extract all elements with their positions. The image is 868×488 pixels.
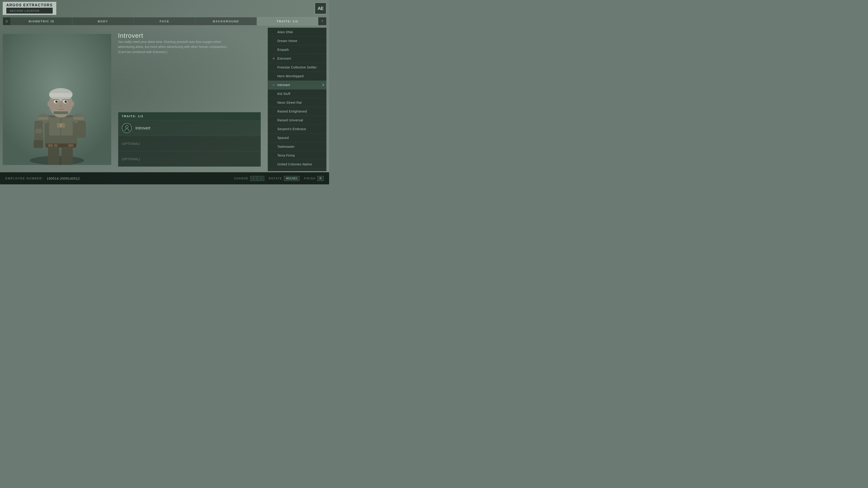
trait-slot-2[interactable]: {OPTIONAL} (118, 136, 260, 151)
trait-list-item-terra-firma[interactable]: Terra Firma (268, 151, 327, 160)
tab-traits[interactable]: TRAITS: 1/3 (257, 17, 318, 25)
finish-key[interactable]: R (317, 176, 324, 181)
ae-logo-text: AE (318, 6, 323, 11)
character-portrait (3, 28, 111, 171)
trait-list-item-introvert[interactable]: ✓Introvert (268, 80, 327, 90)
trait-list-name: Kid Stuff (277, 92, 290, 96)
employee-label: EMPLOYEE NUMBER: (5, 177, 43, 180)
trait-list-name: Spaced (277, 136, 289, 140)
tab-background[interactable]: BACKGROUND (195, 17, 257, 25)
record-locator-bar: RECORD LOCATOR (6, 8, 53, 13)
trait-list-name: Hero Worshipped (277, 74, 304, 78)
trait-list-item-alien-dna[interactable]: Alien DNA (268, 28, 327, 37)
change-key-right[interactable]: → (257, 176, 264, 181)
trait-list-item-dream-home[interactable]: Dream Home (268, 37, 327, 45)
change-label: CHANGE (234, 177, 248, 180)
trait-list-name: Extrovert (277, 57, 291, 60)
tab-face[interactable]: FACE (134, 17, 195, 25)
svg-point-39 (125, 125, 128, 128)
finish-action: FINISH R (304, 176, 324, 181)
change-action: CHANGE ← → (234, 176, 264, 181)
traits-box-header: TRAITS: 1/3 (118, 112, 260, 120)
trait-title: Introvert (118, 32, 261, 39)
trait-list-name: United Colonies Native (277, 162, 312, 166)
record-locator-text: RECORD LOCATOR (10, 9, 39, 12)
trait-list-name: Raised Universal (277, 119, 303, 122)
trait-list-name: Neon Street Rat (277, 101, 302, 104)
trait-list-name: Serpent's Embrace (277, 127, 306, 131)
trait-list-name: Taskmaster (277, 145, 295, 149)
bottom-bar: EMPLOYEE NUMBER: 190514-2009140512 CHANG… (0, 172, 329, 184)
trait-slot-3[interactable]: {OPTIONAL} (118, 151, 260, 166)
trait-list-name: Raised Enlightened (277, 109, 307, 113)
trait-slot-2-placeholder: {OPTIONAL} (122, 142, 140, 145)
ae-logo: AE (315, 2, 327, 14)
header-top: ARGOS EXTRACTORS RECORD LOCATOR AE (3, 2, 327, 15)
trait-list-item-taskmaster[interactable]: Taskmaster (268, 142, 327, 151)
trait-list-name: Empath (277, 48, 289, 52)
trait-list-name: Alien DNA (277, 30, 293, 34)
trait-list-item-spaced[interactable]: Spaced (268, 133, 327, 142)
trait-list-name: Introvert (277, 83, 290, 87)
trait-list-item-united-colonies[interactable]: United Colonies Native (268, 160, 327, 169)
change-key-left[interactable]: ← (250, 176, 257, 181)
traits-box: TRAITS: 1/3 Introvert {OPTIONAL} (118, 112, 261, 167)
person-icon (124, 125, 129, 131)
rotate-key[interactable]: MOUSE2 (284, 176, 300, 181)
trait-list-sidebar: Alien DNADream HomeEmpath✕ExtrovertFrees… (268, 28, 327, 171)
company-name: ARGOS EXTRACTORS (6, 3, 53, 7)
trait-list-item-empath[interactable]: Empath (268, 45, 327, 54)
trait-info-panel: Introvert You really need your alone tim… (111, 28, 268, 171)
trait-slot-1-name: Introvert (135, 126, 150, 131)
trait-list-item-raised-enlightened[interactable]: Raised Enlightened (268, 107, 327, 116)
bottom-actions: CHANGE ← → ROTATE MOUSE2 FINISH R (234, 176, 324, 181)
trait-list-name: Freestar Collective Settler (277, 66, 317, 69)
trait-slot-1[interactable]: Introvert (118, 120, 260, 136)
main-content: Introvert You really need your alone tim… (0, 25, 329, 173)
trait-list-item-neon-street-rat[interactable]: Neon Street Rat (268, 98, 327, 107)
tab-biometric[interactable]: BIOMETRIC ID (11, 17, 72, 25)
svg-rect-38 (3, 34, 111, 165)
nav-right-button[interactable]: T (318, 17, 327, 25)
company-block: ARGOS EXTRACTORS RECORD LOCATOR (3, 2, 56, 15)
trait-description: You really need your alone time. Exertin… (118, 39, 236, 55)
trait-list-name: Dream Home (277, 39, 297, 43)
trait-list-item-raised-universal[interactable]: Raised Universal (268, 116, 327, 125)
trait-slot-1-icon (122, 123, 132, 133)
trait-list-item-extrovert[interactable]: ✕Extrovert (268, 54, 327, 63)
trait-list-item-serpents-embrace[interactable]: Serpent's Embrace (268, 125, 327, 133)
company-name-bar: ARGOS EXTRACTORS RECORD LOCATOR (3, 2, 56, 15)
trait-list-item-freestar[interactable]: Freestar Collective Settler (268, 63, 327, 72)
x-mark-icon: ✕ (272, 57, 276, 60)
header: ARGOS EXTRACTORS RECORD LOCATOR AE D BIO… (0, 0, 329, 25)
nav-left-button[interactable]: D (3, 17, 11, 25)
tab-body[interactable]: BODY (72, 17, 134, 25)
trait-list-name: Terra Firma (277, 154, 295, 157)
rotate-action: ROTATE MOUSE2 (269, 176, 300, 181)
trait-list-item-hero-worshipped[interactable]: Hero Worshipped (268, 72, 327, 80)
trait-list-item-kid-stuff[interactable]: Kid Stuff (268, 90, 327, 98)
nav-tabs: D BIOMETRIC ID BODY FACE BACKGROUND TRAI… (3, 17, 327, 25)
employee-number: 190514-2009140512 (47, 177, 80, 180)
character-area (3, 28, 111, 171)
finish-label: FINISH (304, 177, 315, 180)
rotate-label: ROTATE (269, 177, 282, 180)
check-mark-icon: ✓ (272, 83, 276, 87)
trait-detail-section: Introvert You really need your alone tim… (118, 32, 261, 55)
change-keys: ← → (250, 176, 264, 181)
trait-slot-3-placeholder: {OPTIONAL} (122, 157, 140, 161)
